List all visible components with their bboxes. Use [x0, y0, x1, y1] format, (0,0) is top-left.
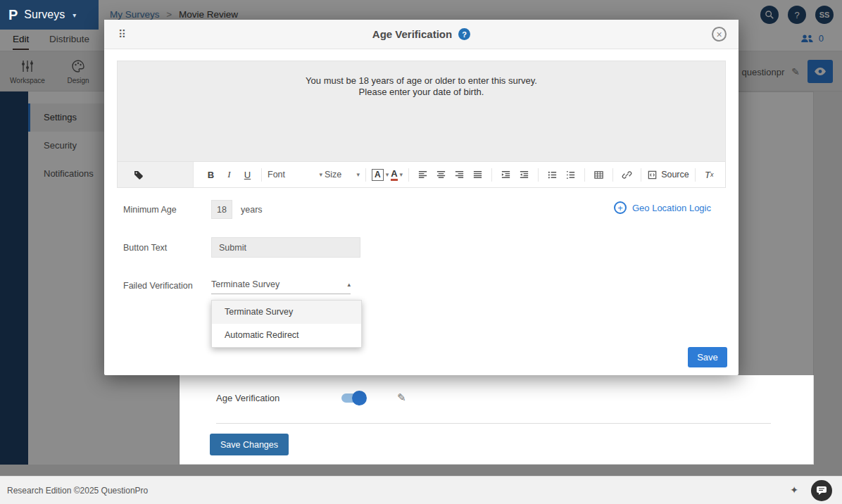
- editor-line-1: You must be 18 years of age or older to …: [118, 75, 725, 87]
- toolbar-separator: [612, 168, 613, 182]
- editor-line-2: Please enter your date of birth.: [118, 87, 725, 98]
- italic-button[interactable]: I: [221, 166, 237, 183]
- close-icon[interactable]: ×: [712, 27, 727, 42]
- menu-item-terminate-survey[interactable]: Terminate Survey: [212, 301, 361, 324]
- toolbar-separator: [491, 168, 492, 182]
- caret-down-icon: ▾: [356, 171, 360, 178]
- source-icon: [647, 170, 658, 180]
- insert-link-button[interactable]: [619, 166, 635, 183]
- tag-icon: [133, 169, 144, 180]
- geo-location-label: Geo Location Logic: [632, 203, 711, 213]
- rich-text-editor: You must be 18 years of age or older to …: [117, 61, 726, 188]
- background-color-button[interactable]: A ▾: [372, 169, 389, 181]
- button-text-input[interactable]: [211, 237, 360, 258]
- modal-title: Age Verification ?: [372, 28, 470, 40]
- caret-down-icon: ▾: [400, 171, 403, 178]
- font-dropdown[interactable]: Font ▾: [268, 170, 322, 179]
- toolbar-separator: [261, 168, 262, 182]
- modal-header: ⠿ Age Verification ? ×: [104, 20, 739, 49]
- modal-help-icon[interactable]: ?: [458, 28, 470, 40]
- align-justify-icon: [472, 170, 483, 180]
- failed-verification-dropdown-menu: Terminate Survey Automatic Redirect: [211, 300, 362, 348]
- failed-verification-label: Failed Verification: [123, 281, 193, 291]
- size-dropdown[interactable]: Size ▾: [325, 170, 360, 179]
- merge-tag-button[interactable]: [118, 162, 194, 187]
- toolbar-separator: [584, 168, 585, 182]
- geo-location-logic-link[interactable]: + Geo Location Logic: [614, 201, 711, 214]
- save-changes-button[interactable]: Save Changes: [210, 434, 289, 455]
- plus-circle-icon: +: [614, 201, 627, 214]
- sparkle-icon[interactable]: ✦: [790, 484, 798, 496]
- numbered-list-icon: [565, 170, 576, 180]
- align-left-icon: [417, 170, 428, 180]
- text-color-button[interactable]: A ▾: [391, 169, 403, 181]
- years-suffix: years: [241, 205, 263, 215]
- underline-button[interactable]: U: [239, 166, 256, 183]
- menu-item-automatic-redirect[interactable]: Automatic Redirect: [212, 324, 361, 347]
- table-icon: [593, 170, 604, 180]
- footer: Research Edition ©2025 QuestionPro ✦: [0, 476, 842, 504]
- insert-table-button[interactable]: [591, 166, 607, 183]
- numbered-list-button[interactable]: [563, 166, 579, 183]
- indent-increase-icon: [501, 170, 511, 180]
- minimum-age-input[interactable]: [211, 200, 232, 219]
- toolbar-separator: [365, 168, 366, 182]
- link-icon: [622, 170, 632, 180]
- surveys-menu-label: Surveys: [24, 8, 65, 21]
- surveys-menu[interactable]: P Surveys ▾: [0, 0, 99, 30]
- chat-icon: [816, 486, 827, 496]
- font-dropdown-label: Font: [268, 170, 285, 179]
- bulleted-list-button[interactable]: [544, 166, 560, 183]
- drag-handle-icon[interactable]: ⠿: [118, 28, 126, 41]
- caret-down-icon: ▾: [73, 11, 76, 19]
- divider: [216, 423, 771, 424]
- caret-down-icon: ▾: [386, 171, 389, 178]
- security-settings-visible-area: Age Verification ✎ Save Changes: [180, 375, 814, 465]
- remove-format-button[interactable]: Tx: [701, 166, 717, 183]
- text-color-label: A: [391, 169, 397, 181]
- toolbar-separator: [408, 168, 409, 182]
- button-text-label: Button Text: [123, 243, 167, 253]
- toolbar-separator: [641, 168, 641, 182]
- source-label: Source: [661, 170, 689, 179]
- toggle-knob: [352, 391, 367, 405]
- editor-toolbar: B I U Font ▾ Size ▾ A ▾ A: [118, 161, 725, 187]
- bold-button[interactable]: B: [203, 166, 219, 183]
- feedback-button[interactable]: [811, 480, 832, 501]
- modal-save-button[interactable]: Save: [688, 347, 727, 367]
- indent-increase-button[interactable]: [498, 166, 514, 183]
- failed-verification-value: Terminate Survey: [211, 279, 279, 289]
- size-dropdown-label: Size: [325, 170, 341, 179]
- source-button[interactable]: Source: [647, 166, 689, 183]
- edit-age-verification-pencil-icon[interactable]: ✎: [397, 391, 406, 404]
- footer-edition-text: Research Edition ©2025 QuestionPro: [7, 486, 148, 496]
- indent-decrease-icon: [519, 170, 529, 180]
- toolbar-separator: [538, 168, 539, 182]
- toolbar-separator: [695, 168, 696, 182]
- caret-down-icon: ▾: [319, 171, 322, 178]
- background-color-label: A: [372, 169, 384, 181]
- remove-format-label: T: [705, 170, 710, 180]
- caret-up-icon: ▴: [347, 281, 351, 288]
- editor-content-area[interactable]: You must be 18 years of age or older to …: [118, 61, 725, 161]
- failed-verification-select[interactable]: Terminate Survey ▴: [211, 275, 351, 294]
- age-verification-toggle[interactable]: [341, 393, 364, 403]
- align-justify-button[interactable]: [470, 166, 486, 183]
- age-verification-label: Age Verification: [216, 393, 341, 403]
- align-left-button[interactable]: [415, 166, 431, 183]
- align-right-button[interactable]: [451, 166, 467, 183]
- modal-title-text: Age Verification: [372, 28, 452, 40]
- align-center-icon: [436, 170, 446, 180]
- bulleted-list-icon: [547, 170, 558, 180]
- align-center-button[interactable]: [433, 166, 449, 183]
- indent-decrease-button[interactable]: [516, 166, 532, 183]
- remove-format-sub: x: [710, 171, 714, 178]
- age-verification-modal: ⠿ Age Verification ? × You must be 18 ye…: [104, 20, 739, 375]
- minimum-age-label: Minimum Age: [123, 205, 177, 215]
- age-verification-setting-row: Age Verification ✎: [216, 388, 406, 408]
- questionpro-logo: P: [8, 7, 18, 23]
- align-right-icon: [454, 170, 465, 180]
